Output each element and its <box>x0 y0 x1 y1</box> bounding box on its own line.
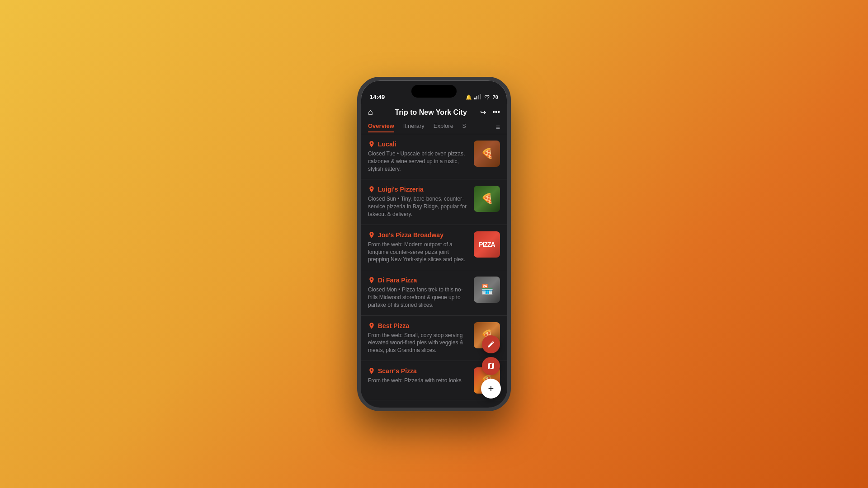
app-header: ⌂ Trip to New York City ↪ ••• <box>361 104 507 121</box>
list-item[interactable]: Di Fara Pizza Closed Mon • Pizza fans tr… <box>361 270 507 315</box>
add-fab-button[interactable]: + <box>481 379 501 399</box>
pin-icon <box>368 141 375 148</box>
item-content-bestpizza: Best Pizza From the web: Small, cozy sto… <box>368 322 469 354</box>
item-content-luigis: Luigi's Pizzeria Closed Sun • Tiny, bare… <box>368 186 469 218</box>
item-title-row: Joe's Pizza Broadway <box>368 231 469 239</box>
item-title-scarrs: Scarr's Pizza <box>378 367 417 375</box>
item-content-joes: Joe's Pizza Broadway From the web: Moder… <box>368 231 469 263</box>
status-icons: 🔔 70 <box>466 94 498 100</box>
item-title-row: Luigi's Pizzeria <box>368 186 469 193</box>
item-desc-luigis: Closed Sun • Tiny, bare-bones, counter-s… <box>368 195 469 218</box>
item-title-luigis: Luigi's Pizzeria <box>378 186 424 193</box>
trip-title: Trip to New York City <box>382 108 480 117</box>
item-desc-joes: From the web: Modern outpost of a longti… <box>368 241 469 263</box>
item-image-overlay: 🍕 <box>474 141 500 167</box>
phone-frame: 14:49 🔔 70 <box>357 77 511 411</box>
svg-rect-0 <box>474 98 476 99</box>
header-actions: ↪ ••• <box>480 108 500 117</box>
notification-icon: 🔔 <box>466 94 472 100</box>
item-desc-scarrs: From the web: Pizzeria with retro looks <box>368 377 469 385</box>
item-title-row: Best Pizza <box>368 322 469 329</box>
signal-icon <box>474 94 481 100</box>
dynamic-island <box>411 85 457 98</box>
map-fab-button[interactable] <box>482 357 500 375</box>
list-item[interactable]: Joe's Pizza Broadway From the web: Moder… <box>361 225 507 270</box>
item-title-joes: Joe's Pizza Broadway <box>378 231 443 239</box>
app-content: ⌂ Trip to New York City ↪ ••• Overview I… <box>361 104 507 408</box>
item-title-row: Lucali <box>368 141 469 148</box>
item-title-row: Scarr's Pizza <box>368 367 469 375</box>
fab-area: + <box>481 335 501 399</box>
edit-fab-button[interactable] <box>482 335 500 353</box>
item-desc-lucali: Closed Tue • Upscale brick-oven pizzas, … <box>368 150 469 173</box>
home-button[interactable]: ⌂ <box>368 108 382 117</box>
item-image-overlay: PIZZA <box>474 231 500 258</box>
item-title-bestpizza: Best Pizza <box>378 322 409 329</box>
more-button[interactable]: ••• <box>492 108 500 117</box>
tab-overview[interactable]: Overview <box>368 122 394 132</box>
tab-bar: Overview Itinerary Explore $ ≡ <box>361 121 507 134</box>
battery-icon: 70 <box>493 94 498 100</box>
tab-itinerary[interactable]: Itinerary <box>403 122 425 132</box>
item-title-row: Di Fara Pizza <box>368 277 469 284</box>
add-icon: + <box>488 383 494 394</box>
item-image-lucali: 🍕 <box>474 141 500 167</box>
share-button[interactable]: ↪ <box>480 108 486 117</box>
item-image-joes: PIZZA <box>474 231 500 258</box>
item-desc-bestpizza: From the web: Small, cozy stop serving e… <box>368 332 469 354</box>
item-image-difara: 🏪 <box>474 277 500 303</box>
svg-rect-1 <box>476 96 477 99</box>
item-content-scarrs: Scarr's Pizza From the web: Pizzeria wit… <box>368 367 469 385</box>
tab-menu-icon[interactable]: ≡ <box>496 123 500 131</box>
pin-icon <box>368 322 375 329</box>
item-title-difara: Di Fara Pizza <box>378 277 417 284</box>
pin-icon <box>368 367 375 375</box>
item-content-lucali: Lucali Closed Tue • Upscale brick-oven p… <box>368 141 469 173</box>
svg-rect-3 <box>480 94 481 99</box>
item-image-luigis: 🍕 <box>474 186 500 212</box>
wifi-icon <box>484 94 491 100</box>
tab-budget[interactable]: $ <box>462 122 466 132</box>
pin-icon <box>368 231 375 239</box>
item-title-lucali: Lucali <box>378 141 396 148</box>
item-desc-difara: Closed Mon • Pizza fans trek to this no-… <box>368 286 469 309</box>
item-image-overlay: 🍕 <box>474 186 500 212</box>
pin-icon <box>368 277 375 284</box>
item-image-overlay: 🏪 <box>474 277 500 303</box>
item-content-difara: Di Fara Pizza Closed Mon • Pizza fans tr… <box>368 277 469 309</box>
tab-explore[interactable]: Explore <box>434 122 453 132</box>
pin-icon <box>368 186 375 193</box>
svg-rect-2 <box>478 95 479 99</box>
list-item[interactable]: Lucali Closed Tue • Upscale brick-oven p… <box>361 134 507 179</box>
list-item[interactable]: Luigi's Pizzeria Closed Sun • Tiny, bare… <box>361 179 507 225</box>
